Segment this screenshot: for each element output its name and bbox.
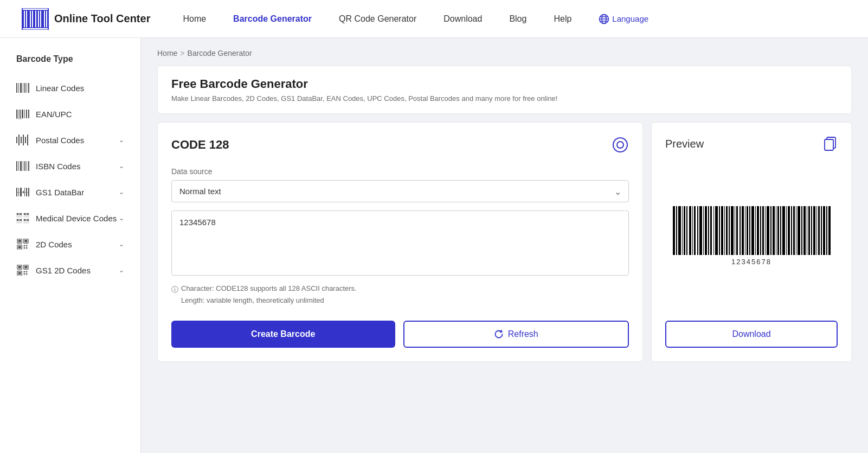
svg-rect-88	[24, 273, 25, 275]
svg-rect-78	[24, 247, 25, 249]
medical-device-codes-chevron: ⌄	[119, 214, 124, 222]
sidebar-title: Barcode Type	[0, 49, 140, 75]
svg-rect-74	[24, 240, 27, 243]
refresh-button[interactable]: Refresh	[403, 321, 629, 348]
svg-rect-45	[27, 161, 27, 171]
nav-home[interactable]: Home	[183, 14, 206, 24]
svg-rect-108	[708, 206, 709, 255]
svg-rect-66	[19, 219, 20, 221]
svg-rect-98	[682, 206, 683, 255]
svg-rect-116	[729, 206, 730, 255]
svg-rect-8	[45, 10, 46, 28]
svg-rect-68	[24, 219, 25, 221]
sidebar-item-2d-codes[interactable]: 2D Codes ⌄	[0, 231, 140, 257]
data-source-select[interactable]: Normal text Hex Base64	[171, 180, 629, 202]
breadcrumb-separator: >	[180, 49, 184, 58]
svg-rect-126	[755, 206, 756, 255]
sidebar-item-gs1-databar[interactable]: GS1 DataBar ⌄	[0, 179, 140, 205]
svg-rect-150	[816, 206, 817, 255]
2d-codes-label: 2D Codes	[36, 240, 72, 249]
data-source-wrapper: Normal text Hex Base64 ⌄	[171, 180, 629, 202]
svg-rect-40	[16, 161, 17, 171]
svg-rect-138	[786, 206, 787, 255]
svg-rect-11	[22, 28, 49, 30]
sidebar-item-ean-upc[interactable]: EAN EAN/UPC	[0, 101, 140, 127]
copy-icon[interactable]	[822, 136, 838, 151]
svg-rect-20	[18, 83, 19, 93]
svg-rect-109	[710, 206, 712, 255]
sidebar-item-gs1-2d-codes[interactable]: GS1 2D Codes ⌄	[0, 257, 140, 283]
svg-rect-25	[28, 83, 29, 93]
svg-rect-143	[798, 206, 800, 255]
nav-barcode-generator[interactable]: Barcode Generator	[233, 14, 312, 24]
main-nav: Home Barcode Generator QR Code Generator…	[183, 14, 846, 24]
svg-rect-96	[676, 206, 677, 255]
sidebar-item-linear-codes[interactable]: Linear Codes	[0, 75, 140, 101]
svg-rect-155	[828, 206, 831, 255]
svg-rect-140	[791, 206, 792, 255]
settings-icon[interactable]	[612, 136, 629, 154]
globe-icon	[599, 14, 609, 24]
svg-rect-51	[16, 192, 29, 193]
nav-qr-code-generator[interactable]: QR Code Generator	[339, 14, 416, 24]
logo[interactable]: Online Tool Center	[22, 8, 150, 30]
nav-blog[interactable]: Blog	[509, 14, 526, 24]
ean-upc-label: EAN/UPC	[36, 110, 72, 119]
create-barcode-button[interactable]: Create Barcode	[171, 321, 395, 348]
svg-rect-2	[27, 10, 30, 28]
sidebar-item-isbn-codes[interactable]: ISBN Codes ⌄	[0, 153, 140, 179]
svg-rect-39	[27, 135, 28, 145]
svg-rect-46	[28, 161, 29, 171]
svg-rect-132	[770, 206, 771, 255]
svg-rect-82	[18, 266, 21, 269]
svg-rect-139	[788, 206, 790, 255]
sidebar-item-postal-codes[interactable]: Postal Codes ⌄	[0, 127, 140, 153]
svg-rect-151	[818, 206, 820, 255]
svg-rect-117	[731, 206, 734, 255]
sidebar-item-medical-device-codes[interactable]: Medical Device Codes ⌄	[0, 205, 140, 231]
nav-download[interactable]: Download	[443, 14, 482, 24]
svg-rect-112	[719, 206, 720, 255]
svg-rect-105	[699, 206, 702, 255]
svg-rect-24	[27, 83, 27, 93]
svg-rect-52	[24, 188, 25, 196]
barcode-image: 12345678	[670, 203, 833, 269]
preview-panel: Preview	[651, 122, 852, 362]
svg-rect-136	[780, 206, 781, 255]
svg-rect-128	[760, 206, 761, 255]
svg-rect-114	[724, 206, 725, 255]
nav-help[interactable]: Help	[554, 14, 571, 24]
breadcrumb-home[interactable]: Home	[157, 49, 177, 58]
hero-description: Make Linear Barcodes, 2D Codes, GS1 Data…	[171, 94, 838, 103]
svg-rect-37	[23, 135, 24, 145]
svg-rect-29	[22, 110, 23, 118]
svg-rect-146	[807, 206, 807, 255]
language-label: Language	[612, 14, 648, 23]
svg-rect-60	[19, 213, 20, 215]
svg-rect-30	[24, 110, 25, 118]
barcode-input[interactable]: 12345678	[171, 210, 629, 276]
svg-rect-152	[821, 206, 822, 255]
svg-rect-137	[782, 206, 785, 255]
svg-text:EAN: EAN	[16, 118, 22, 119]
svg-rect-21	[20, 83, 22, 93]
svg-rect-54	[28, 188, 29, 196]
svg-rect-10	[22, 8, 49, 10]
medical-device-codes-icon	[16, 213, 29, 224]
language-selector[interactable]: Language	[599, 14, 648, 24]
svg-rect-28	[20, 110, 21, 118]
svg-rect-104	[697, 206, 698, 255]
isbn-codes-icon	[16, 161, 29, 171]
svg-rect-67	[20, 219, 22, 221]
svg-rect-32	[28, 110, 29, 118]
download-button[interactable]: Download	[665, 321, 838, 348]
svg-rect-110	[713, 206, 714, 255]
svg-point-91	[613, 138, 627, 152]
svg-rect-129	[762, 206, 764, 255]
preview-title: Preview	[665, 138, 704, 150]
main-content: Home > Barcode Generator Free Barcode Ge…	[141, 38, 868, 453]
svg-rect-61	[20, 213, 22, 215]
svg-rect-119	[736, 206, 738, 255]
svg-rect-141	[793, 206, 795, 255]
svg-rect-4	[33, 10, 35, 28]
